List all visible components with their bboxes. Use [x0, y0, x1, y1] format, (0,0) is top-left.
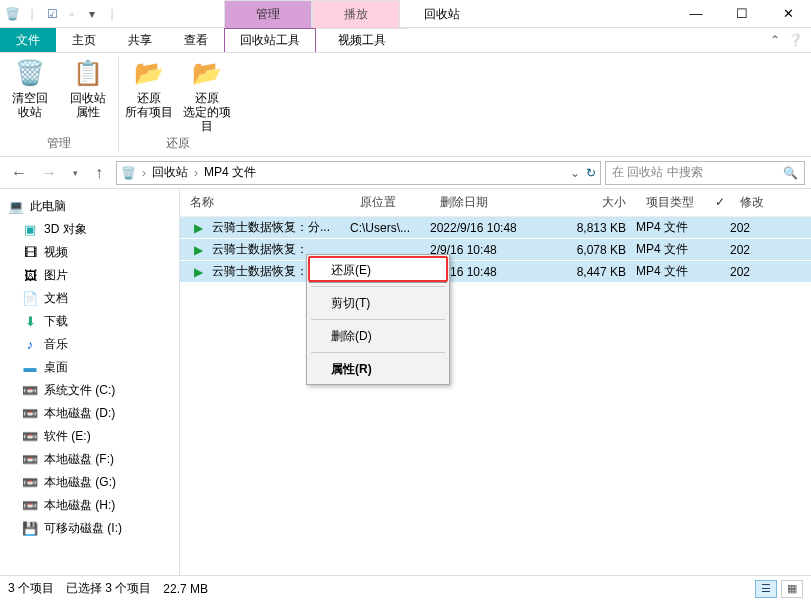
ctx-restore[interactable]: 还原(E) — [309, 257, 447, 283]
ctx-divider — [311, 319, 445, 320]
file-type: MP4 文件 — [636, 241, 730, 258]
file-orig: C:\Users\... — [350, 221, 430, 235]
qat-dropdown-icon[interactable]: ▾ — [84, 6, 100, 22]
file-type: MP4 文件 — [636, 219, 730, 236]
status-size: 22.7 MB — [163, 582, 208, 596]
nav-item-downloads[interactable]: ⬇下载 — [0, 310, 179, 333]
video-icon: 🎞 — [22, 245, 38, 261]
nav-item-drive-h[interactable]: 📼本地磁盘 (H:) — [0, 494, 179, 517]
file-size: 8,813 KB — [550, 221, 636, 235]
ribbon-collapse-icon[interactable]: ⌃ — [770, 33, 780, 47]
tab-view[interactable]: 查看 — [168, 28, 224, 52]
nav-forward-button[interactable]: → — [36, 160, 62, 186]
recycle-props-label: 回收站 属性 — [70, 91, 106, 119]
nav-pane[interactable]: 💻 此电脑 ▣3D 对象 🎞视频 🖼图片 📄文档 ⬇下载 ♪音乐 ▬桌面 📼系统… — [0, 189, 180, 575]
group-manage-label: 管理 — [47, 133, 71, 154]
search-box[interactable]: 在 回收站 中搜索 🔍 — [605, 161, 805, 185]
nav-item-desktop[interactable]: ▬桌面 — [0, 356, 179, 379]
column-headers[interactable]: 名称 原位置 删除日期 大小 项目类型 ✓ 修改 — [180, 189, 811, 217]
video-file-icon: ▶ — [190, 265, 206, 279]
nav-back-button[interactable]: ← — [6, 160, 32, 186]
restore-selected-label: 还原 选定的项目 — [183, 91, 231, 133]
nav-item-drive-i[interactable]: 💾可移动磁盘 (I:) — [0, 517, 179, 540]
tab-share[interactable]: 共享 — [112, 28, 168, 52]
ctx-properties[interactable]: 属性(R) — [309, 356, 447, 382]
file-rows: ▶ 云骑士数据恢复：分... C:\Users\... 2022/9/16 10… — [180, 217, 811, 283]
nav-item-pictures[interactable]: 🖼图片 — [0, 264, 179, 287]
file-mod: 202 — [730, 243, 811, 257]
empty-recycle-button[interactable]: 🗑️ 清空回 收站 — [6, 57, 54, 119]
contextual-tab-play[interactable]: 播放 — [312, 0, 400, 28]
nav-item-documents[interactable]: 📄文档 — [0, 287, 179, 310]
nav-item-3d[interactable]: ▣3D 对象 — [0, 218, 179, 241]
col-name[interactable]: 名称 — [180, 194, 350, 211]
nav-item-drive-g[interactable]: 📼本地磁盘 (G:) — [0, 471, 179, 494]
drive-icon: 📼 — [22, 452, 38, 468]
address-dropdown-icon[interactable]: ⌄ — [570, 166, 580, 180]
ctx-cut[interactable]: 剪切(T) — [309, 290, 447, 316]
file-row[interactable]: ▶ 云骑士数据恢复：分... C:\Users\... 2022/9/16 10… — [180, 217, 811, 239]
recycle-bin-small-icon: 🗑️ — [121, 166, 136, 180]
restore-all-label: 还原 所有项目 — [125, 91, 173, 119]
ribbon: 🗑️ 清空回 收站 📋 回收站 属性 管理 📂 还原 所有项目 📂 还原 选定的… — [0, 53, 811, 157]
nav-item-drive-f[interactable]: 📼本地磁盘 (F:) — [0, 448, 179, 471]
document-icon[interactable]: ▫ — [64, 6, 80, 22]
breadcrumb-sep1: › — [142, 166, 146, 180]
minimize-button[interactable]: — — [673, 0, 719, 28]
ctx-divider — [311, 286, 445, 287]
documents-icon: 📄 — [22, 291, 38, 307]
removable-drive-icon: 💾 — [22, 521, 38, 537]
col-mod[interactable]: 修改 — [730, 194, 811, 211]
nav-up-button[interactable]: ↑ — [86, 160, 112, 186]
nav-item-drive-c[interactable]: 📼系统文件 (C:) — [0, 379, 179, 402]
qat-divider2: | — [104, 6, 120, 22]
nav-item-music[interactable]: ♪音乐 — [0, 333, 179, 356]
video-file-icon: ▶ — [190, 243, 206, 257]
file-size: 8,447 KB — [550, 265, 636, 279]
col-orig[interactable]: 原位置 — [350, 194, 430, 211]
help-icon[interactable]: ❔ — [788, 33, 803, 47]
nav-this-pc[interactable]: 💻 此电脑 — [0, 195, 179, 218]
tab-home[interactable]: 主页 — [56, 28, 112, 52]
tab-video-tools[interactable]: 视频工具 — [316, 28, 408, 52]
contextual-tab-manage[interactable]: 管理 — [224, 0, 312, 28]
restore-all-icon: 📂 — [133, 57, 165, 89]
file-row[interactable]: ▶ 云骑士数据恢复： 2/9/16 10:48 6,078 KB MP4 文件 … — [180, 239, 811, 261]
view-icons-button[interactable]: ▦ — [781, 580, 803, 598]
maximize-button[interactable]: ☐ — [719, 0, 765, 28]
recycle-props-button[interactable]: 📋 回收站 属性 — [64, 57, 112, 119]
titlebar: 🗑️ | ☑ ▫ ▾ | 管理 播放 回收站 — ☐ ✕ — [0, 0, 811, 28]
address-bar[interactable]: 🗑️ › 回收站 › MP4 文件 ⌄ ↻ — [116, 161, 601, 185]
tab-file[interactable]: 文件 — [0, 28, 56, 52]
nav-item-drive-e[interactable]: 📼软件 (E:) — [0, 425, 179, 448]
col-type[interactable]: 项目类型 ✓ — [636, 194, 730, 211]
drive-icon: 📼 — [22, 383, 38, 399]
col-date[interactable]: 删除日期 — [430, 194, 550, 211]
recycle-bin-icon: 🗑️ — [4, 6, 20, 22]
drive-icon: 📼 — [22, 498, 38, 514]
breadcrumb-loc2[interactable]: MP4 文件 — [204, 164, 256, 181]
status-selected: 已选择 3 个项目 — [66, 580, 151, 597]
tab-recycle-tools[interactable]: 回收站工具 — [224, 28, 316, 52]
view-details-button[interactable]: ☰ — [755, 580, 777, 598]
file-size: 6,078 KB — [550, 243, 636, 257]
search-placeholder: 在 回收站 中搜索 — [612, 164, 703, 181]
refresh-icon[interactable]: ↻ — [586, 166, 596, 180]
qat-divider: | — [24, 6, 40, 22]
breadcrumb-loc1[interactable]: 回收站 — [152, 164, 188, 181]
pc-icon: 💻 — [8, 199, 24, 215]
col-size[interactable]: 大小 — [550, 194, 636, 211]
status-bar: 3 个项目 已选择 3 个项目 22.7 MB ☰ ▦ — [0, 575, 811, 601]
restore-selected-button[interactable]: 📂 还原 选定的项目 — [183, 57, 231, 133]
file-row[interactable]: ▶ 云骑士数据恢复： 2/9/16 10:48 8,447 KB MP4 文件 … — [180, 261, 811, 283]
checkbox-icon[interactable]: ☑ — [44, 6, 60, 22]
address-bar-row: ← → ↑ 🗑️ › 回收站 › MP4 文件 ⌄ ↻ 在 回收站 中搜索 🔍 — [0, 157, 811, 189]
nav-item-video[interactable]: 🎞视频 — [0, 241, 179, 264]
nav-history-button[interactable] — [66, 160, 82, 186]
nav-item-drive-d[interactable]: 📼本地磁盘 (D:) — [0, 402, 179, 425]
ribbon-group-manage: 🗑️ 清空回 收站 📋 回收站 属性 管理 — [0, 53, 118, 156]
drive-icon: 📼 — [22, 406, 38, 422]
ctx-delete[interactable]: 删除(D) — [309, 323, 447, 349]
restore-all-button[interactable]: 📂 还原 所有项目 — [125, 57, 173, 133]
close-button[interactable]: ✕ — [765, 0, 811, 28]
